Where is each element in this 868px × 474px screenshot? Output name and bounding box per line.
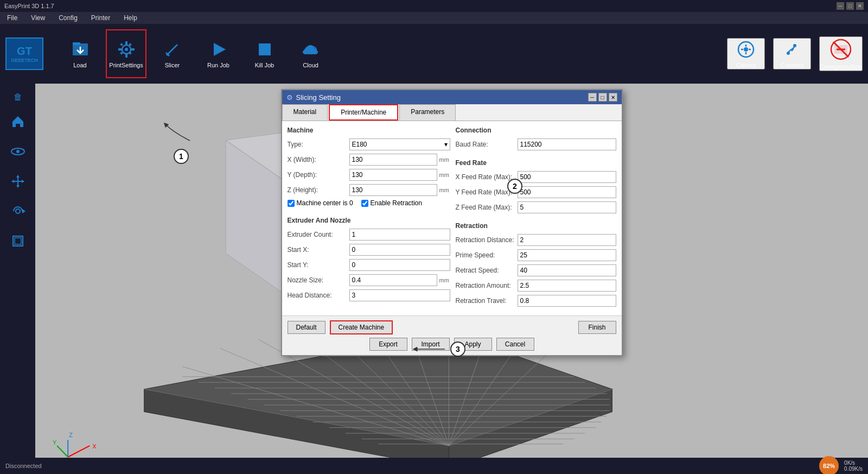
logo-gt: GT	[17, 45, 32, 58]
retraction-distance-input[interactable]	[518, 234, 616, 246]
close-btn[interactable]: ✕	[856, 2, 864, 10]
start-y-input[interactable]	[349, 259, 450, 271]
kill-job-button[interactable]: Kill Job	[244, 29, 285, 78]
retraction-travel-row: Retraction Travel:	[456, 295, 616, 307]
y-depth-row: Y (Depth): mm	[288, 169, 450, 181]
sidebar-home-button[interactable]	[4, 108, 31, 135]
prime-speed-input[interactable]	[518, 249, 616, 261]
control-button[interactable]: Control	[727, 38, 765, 69]
x-width-unit: mm	[439, 156, 450, 163]
retraction-amount-row: Retraction Amount:	[456, 280, 616, 292]
print-settings-button[interactable]: PrintSettings	[106, 29, 146, 78]
retraction-distance-label: Retraction Distance:	[456, 236, 515, 244]
app-title: EasyPrint 3D 1.1.7	[4, 3, 54, 9]
enable-retraction-checkbox[interactable]: Enable Retraction	[361, 199, 422, 207]
sidebar-layers-button[interactable]	[4, 227, 31, 255]
sidebar-view-button[interactable]	[4, 138, 31, 165]
dialog-tabs: Material Printer/Machine Parameters	[282, 104, 622, 121]
load-button[interactable]: Load	[60, 29, 100, 78]
run-job-button[interactable]: Run Job	[198, 29, 239, 78]
prime-speed-row: Prime Speed:	[456, 249, 616, 261]
connection-section-title: Connection	[456, 127, 616, 134]
menu-help[interactable]: Help	[121, 13, 140, 23]
sidebar-rotate-button[interactable]	[4, 198, 31, 225]
x-feed-rate-input[interactable]	[518, 171, 616, 183]
cloud-button[interactable]: Cloud	[290, 29, 331, 78]
dialog-close-btn[interactable]: ✕	[609, 93, 617, 102]
kill-job-icon	[254, 39, 275, 60]
menu-printer[interactable]: Printer	[88, 13, 113, 23]
tab-material[interactable]: Material	[282, 104, 328, 121]
retraction-section-title: Retraction	[456, 222, 616, 230]
machine-center-input[interactable]	[288, 200, 295, 207]
tab-printer-machine[interactable]: Printer/Machine	[329, 104, 398, 121]
dialog-title: Slicing Setting	[296, 93, 341, 102]
dialog-minimize-btn[interactable]: ─	[588, 93, 597, 102]
menu-config[interactable]: Config	[56, 13, 80, 23]
machine-center-label: Machine center is 0	[297, 199, 353, 207]
svg-point-28	[793, 44, 796, 47]
z-height-unit: mm	[439, 187, 450, 193]
svg-point-21	[309, 48, 312, 52]
minimize-btn[interactable]: ─	[837, 2, 844, 10]
sidebar-trash-icon[interactable]: 🗑	[4, 89, 31, 105]
svg-rect-8	[131, 48, 135, 50]
emergency-stop-button[interactable]: EmergencyStop	[819, 36, 863, 71]
z-feed-rate-input[interactable]	[518, 201, 616, 213]
menu-file[interactable]: File	[4, 13, 20, 23]
finish-button[interactable]: Finish	[578, 321, 616, 334]
maximize-btn[interactable]: □	[846, 2, 854, 10]
enable-retraction-input[interactable]	[361, 200, 368, 207]
cloud-icon	[301, 39, 321, 60]
retract-speed-label: Retract Speed:	[456, 267, 515, 274]
slicer-icon	[162, 39, 183, 60]
sidebar-move-button[interactable]	[4, 168, 31, 195]
start-x-input[interactable]	[349, 244, 450, 256]
retraction-amount-label: Retraction Amount:	[456, 282, 515, 289]
y-feed-rate-input[interactable]	[518, 186, 616, 198]
svg-rect-9	[120, 43, 123, 46]
nozzle-size-unit: mm	[439, 277, 450, 283]
z-height-row: Z (Height): mm	[288, 184, 450, 196]
start-x-label: Start X:	[288, 246, 347, 254]
connect-button[interactable]: Connect	[773, 38, 811, 69]
retract-speed-input[interactable]	[518, 264, 616, 276]
retraction-travel-input[interactable]	[518, 295, 616, 307]
type-row: Type: E180 ▾	[288, 138, 450, 150]
load-icon	[70, 39, 91, 60]
baud-rate-input[interactable]	[518, 138, 616, 150]
slicer-button[interactable]: Slicer	[152, 29, 193, 78]
svg-rect-14	[259, 43, 271, 55]
baud-rate-label: Baud Rate:	[456, 141, 515, 148]
head-distance-input[interactable]	[349, 289, 450, 301]
cancel-button[interactable]: Cancel	[496, 338, 534, 351]
extruder-count-input[interactable]	[349, 229, 450, 241]
svg-rect-44	[15, 238, 21, 244]
y-depth-input[interactable]	[349, 169, 437, 181]
head-distance-label: Head Distance:	[288, 292, 347, 299]
enable-retraction-label: Enable Retraction	[371, 199, 422, 207]
machine-center-checkbox[interactable]: Machine center is 0	[288, 199, 353, 207]
pct-badge: 82%	[819, 456, 839, 474]
dialog-restore-btn[interactable]: □	[598, 93, 607, 102]
default-button[interactable]: Default	[288, 321, 326, 334]
status-right: 82% 0K/s 0.09K/s	[819, 456, 863, 474]
retraction-amount-input[interactable]	[518, 280, 616, 292]
slicing-dialog: ⚙ Slicing Setting ─ □ ✕ Material Printer…	[281, 89, 623, 356]
print-settings-icon	[116, 39, 137, 60]
extruder-section-title: Extruder And Nozzle	[288, 217, 450, 224]
type-select[interactable]: E180 ▾	[349, 138, 450, 150]
logo: GT GEEETECH	[5, 37, 43, 70]
svg-rect-5	[125, 41, 127, 45]
export-button[interactable]: Export	[369, 338, 407, 351]
nozzle-size-input[interactable]	[349, 274, 437, 286]
svg-marker-37	[16, 175, 20, 178]
start-y-row: Start Y:	[288, 259, 450, 271]
x-width-input[interactable]	[349, 154, 437, 166]
tab-parameters[interactable]: Parameters	[399, 104, 456, 121]
z-height-input[interactable]	[349, 184, 437, 196]
menu-view[interactable]: View	[28, 13, 48, 23]
annotation-circle-1: 1	[174, 149, 189, 164]
connect-label: Connect	[781, 62, 803, 68]
create-machine-button[interactable]: Create Machine	[330, 320, 393, 334]
